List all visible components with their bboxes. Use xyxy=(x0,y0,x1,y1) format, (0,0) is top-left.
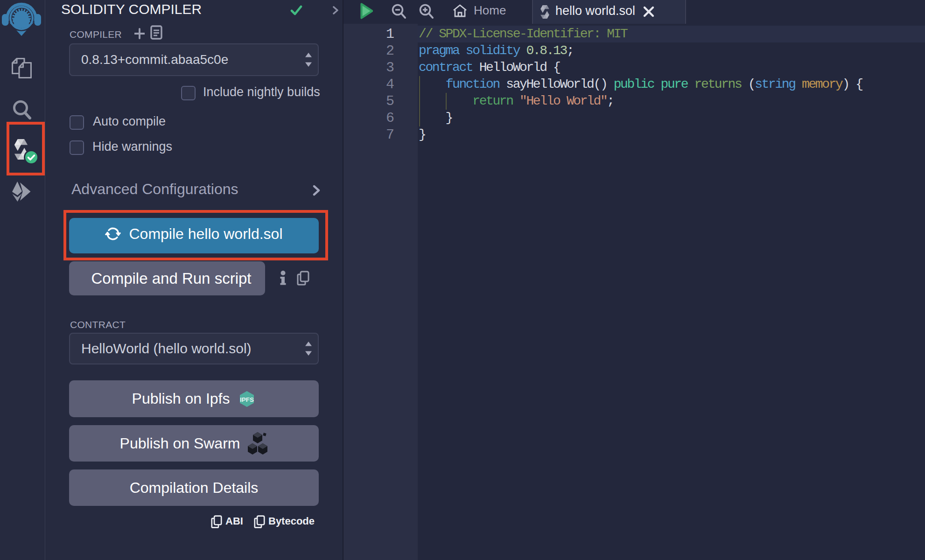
svg-text:IPFS: IPFS xyxy=(240,396,254,403)
